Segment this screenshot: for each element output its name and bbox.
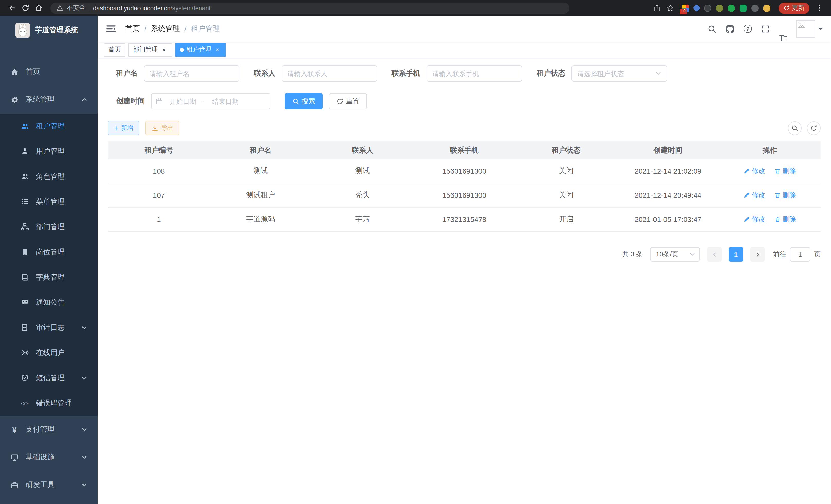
browser-update-button[interactable]: 更新 (779, 2, 809, 13)
edit-button[interactable]: 修改 (744, 190, 765, 200)
phone-input[interactable] (432, 69, 516, 77)
sidebar-item-role[interactable]: 角色管理 (0, 164, 98, 189)
edit-button[interactable]: 修改 (744, 215, 765, 224)
export-button[interactable]: 导出 (145, 121, 179, 135)
online-user-icon (21, 349, 29, 357)
devtools-toolbox-icon (10, 481, 19, 489)
browser-back-icon[interactable] (5, 2, 19, 14)
chevron-down-icon (81, 454, 87, 460)
tab-label: 租户管理 (187, 45, 211, 54)
sidebar-item-post[interactable]: 岗位管理 (0, 239, 98, 265)
menu-list-icon (21, 198, 29, 206)
font-size-icon[interactable]: TT (775, 16, 792, 41)
sidebar-item-tenant[interactable]: 租户管理 (0, 114, 98, 139)
trash-icon (774, 216, 781, 223)
tenant-name-input[interactable] (149, 69, 234, 77)
sidebar-item-dev-tools[interactable]: 研发工具 (0, 471, 98, 499)
extension-icon-5[interactable] (728, 4, 735, 11)
sidebar-item-home[interactable]: 首页 (0, 58, 98, 86)
cell-status: 关闭 (515, 190, 617, 200)
sidebar-item-error-code[interactable]: </> 错误码管理 (0, 390, 98, 416)
sidebar-item-dept[interactable]: 部门管理 (0, 214, 98, 239)
sidebar-item-payment[interactable]: ¥ 支付管理 (0, 416, 98, 443)
breadcrumb-system[interactable]: 系统管理 (151, 24, 180, 33)
status-select[interactable] (571, 65, 667, 82)
goto-page-input[interactable] (790, 247, 810, 262)
delete-button[interactable]: 删除 (774, 190, 796, 200)
tab-dept[interactable]: 部门管理 × (128, 43, 172, 56)
reset-button[interactable]: 重置 (329, 93, 367, 110)
breadcrumb-home[interactable]: 首页 (125, 24, 140, 33)
browser-refresh-icon[interactable] (19, 2, 32, 14)
delete-label: 删除 (783, 167, 796, 176)
fullscreen-icon[interactable] (757, 16, 775, 41)
cell-tenant-name: 芋道源码 (210, 215, 311, 224)
sidebar-item-audit-log[interactable]: 审计日志 (0, 315, 98, 340)
sidebar-item-dict[interactable]: 字典管理 (0, 265, 98, 290)
bookmark-star-icon[interactable] (663, 2, 677, 14)
tenant-users-icon (21, 122, 29, 130)
goto-page: 前往 页 (773, 247, 821, 262)
github-icon[interactable] (721, 16, 739, 41)
filter-create-time: 创建时间 - (116, 93, 270, 110)
browser-menu-kebab-icon[interactable] (812, 2, 826, 14)
tab-close-icon[interactable]: × (214, 46, 221, 53)
chevron-down-icon (81, 482, 87, 488)
sidebar-item-infra[interactable]: 基础设施 (0, 443, 98, 471)
user-avatar-menu[interactable] (796, 20, 823, 37)
logo-image (16, 23, 30, 37)
next-page-button[interactable] (750, 247, 765, 262)
tab-tenant[interactable]: 租户管理 × (175, 43, 226, 56)
extension-icon-8[interactable] (763, 4, 770, 11)
hamburger-icon[interactable] (106, 24, 116, 34)
sidebar: 芋道管理系统 首页 系统管理 租户管理 (0, 16, 98, 504)
sidebar-item-sms[interactable]: 短信管理 (0, 365, 98, 390)
end-date-input[interactable] (206, 97, 245, 105)
extension-icon-3[interactable] (704, 4, 711, 11)
sidebar-item-online-user[interactable]: 在线用户 (0, 340, 98, 365)
contact-input[interactable] (287, 69, 372, 77)
sidebar-item-notice[interactable]: 通知公告 (0, 290, 98, 315)
edit-pencil-icon (744, 168, 750, 174)
notice-bubble-icon (21, 298, 29, 306)
security-label[interactable]: 不安全 (67, 4, 85, 12)
extension-icon-6[interactable] (740, 4, 747, 11)
url-text[interactable]: dashboard.yudao.iocoder.cn/system/tenant (93, 4, 211, 11)
cell-status: 开启 (515, 215, 617, 224)
delete-button[interactable]: 删除 (774, 167, 796, 176)
extension-icon-4[interactable] (716, 4, 723, 11)
prev-page-button[interactable] (707, 247, 721, 262)
filter-phone: 联系手机 (392, 65, 522, 82)
date-range-picker[interactable]: - (151, 93, 270, 110)
page-size-select[interactable]: 10条/页 (650, 247, 700, 262)
delete-button[interactable]: 删除 (774, 215, 796, 224)
tab-close-icon[interactable]: × (160, 46, 168, 53)
browser-chrome: 不安全 dashboard.yudao.iocoder.cn/system/te… (0, 0, 831, 16)
share-icon[interactable] (650, 2, 663, 14)
header-search-icon[interactable] (703, 16, 721, 41)
logo[interactable]: 芋道管理系统 (0, 16, 98, 45)
page-number-button[interactable]: 1 (729, 247, 743, 262)
status-select-input[interactable] (577, 69, 655, 77)
refresh-table-icon[interactable] (807, 121, 821, 135)
toggle-search-icon[interactable] (788, 121, 802, 135)
sidebar-item-menu[interactable]: 菜单管理 (0, 189, 98, 214)
extension-icon-7[interactable] (751, 4, 758, 11)
sidebar-item-user[interactable]: 用户管理 (0, 139, 98, 164)
extension-icon-1[interactable]: 10 (682, 4, 689, 11)
breadcrumb-current: 租户管理 (191, 24, 220, 33)
sidebar-item-system[interactable]: 系统管理 (0, 86, 98, 114)
chevron-down-icon (655, 70, 661, 77)
help-icon[interactable]: ? (739, 16, 757, 41)
tab-home[interactable]: 首页 (104, 43, 125, 56)
search-button[interactable]: 搜索 (285, 93, 323, 110)
edit-button[interactable]: 修改 (744, 167, 765, 176)
extension-icon-2[interactable] (692, 4, 700, 12)
table-header: 租户编号 租户名 联系人 联系手机 租户状态 创建时间 操作 (108, 141, 821, 159)
add-button[interactable]: + 新增 (108, 121, 139, 135)
home-icon (10, 68, 19, 76)
start-date-input[interactable] (164, 97, 202, 105)
search-form: 租户名 联系人 联系手机 租户状态 (108, 65, 821, 110)
address-bar[interactable]: 不安全 dashboard.yudao.iocoder.cn/system/te… (50, 2, 569, 13)
browser-home-icon[interactable] (32, 2, 45, 14)
